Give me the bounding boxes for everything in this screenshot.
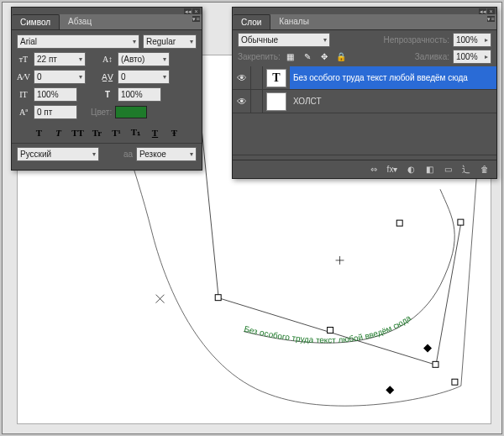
svg-rect-5 xyxy=(452,379,458,385)
visibility-toggle[interactable]: 👁 xyxy=(233,66,251,89)
adjustment-icon[interactable]: ◧ xyxy=(421,163,438,176)
new-layer-icon[interactable]: ⻌ xyxy=(458,163,475,176)
layer-row[interactable]: 👁 T Без особого труда текст любой введём… xyxy=(233,66,496,90)
allcaps-button[interactable]: TT xyxy=(71,126,86,139)
layer-thumb[interactable] xyxy=(266,92,286,111)
app-frame: Без особого труда текст любой введём сюд… xyxy=(2,2,502,434)
fx-icon[interactable]: fx▾ xyxy=(384,163,401,176)
fill-label: Заливка: xyxy=(415,52,449,61)
tracking-icon: A̲V̲ xyxy=(101,71,114,83)
color-label: Цвет: xyxy=(91,108,112,117)
link-layers-icon[interactable]: ⇔ xyxy=(365,163,382,176)
lock-transparency-icon[interactable]: ▦ xyxy=(284,50,297,63)
lock-label: Закрепить: xyxy=(238,52,281,61)
tab-layers[interactable]: Слои xyxy=(233,14,270,29)
tab-character[interactable]: Символ xyxy=(12,14,60,29)
svg-rect-3 xyxy=(433,361,438,367)
character-panel[interactable]: ◂◂ × Символ Абзац ▾≡ Arial▾ Regular▾ тТ … xyxy=(11,7,202,171)
group-icon[interactable]: ▭ xyxy=(439,163,456,176)
svg-rect-2 xyxy=(396,220,402,226)
link-column[interactable] xyxy=(251,66,263,89)
layer-name[interactable]: Без особого труда текст любой введём сюд… xyxy=(290,66,496,89)
layers-titlebar: ◂◂ × xyxy=(233,8,496,14)
color-swatch[interactable] xyxy=(115,106,147,118)
tab-paragraph[interactable]: Абзац xyxy=(60,14,100,29)
opacity-input[interactable]: 100%▸ xyxy=(453,33,491,47)
svg-rect-1 xyxy=(215,295,221,301)
aa-label: aа xyxy=(123,150,133,159)
baseline-icon: Aª xyxy=(17,106,30,118)
leading-input[interactable]: (Авто)▾ xyxy=(118,52,170,66)
mask-icon[interactable]: ◐ xyxy=(402,163,419,176)
subscript-button[interactable]: T₁ xyxy=(129,126,144,139)
layers-tabs: Слои Каналы ▾≡ xyxy=(233,14,496,30)
svg-rect-4 xyxy=(458,219,464,225)
panel-menu-icon[interactable]: ▾≡ xyxy=(192,16,200,22)
baseline-input[interactable]: 0 пт xyxy=(34,105,77,119)
svg-rect-6 xyxy=(328,328,333,334)
strike-button[interactable]: Ŧ xyxy=(167,126,182,139)
language-select[interactable]: Русский▾ xyxy=(17,147,99,161)
close-icon[interactable]: × xyxy=(487,8,495,14)
font-family-select[interactable]: Arial▾ xyxy=(17,34,139,49)
panel-menu-icon[interactable]: ▾≡ xyxy=(487,16,495,22)
lock-all-icon[interactable]: 🔒 xyxy=(334,50,348,63)
kerning-input[interactable]: 0▾ xyxy=(34,70,86,84)
lock-move-icon[interactable]: ✥ xyxy=(318,50,331,63)
opacity-label: Непрозрачность: xyxy=(383,35,449,45)
smallcaps-button[interactable]: Tr xyxy=(90,126,105,139)
layer-thumb[interactable]: T xyxy=(266,69,286,87)
fill-input[interactable]: 100%▸ xyxy=(453,50,491,64)
vscale-icon: IT xyxy=(17,88,30,101)
blend-mode-select[interactable]: Обычные▾ xyxy=(238,33,330,47)
layer-row[interactable]: 👁 ХОЛСТ xyxy=(233,90,496,113)
kerning-icon: A⁄V xyxy=(17,71,30,83)
type-style-buttons: T T TT Tr T¹ T₁ T Ŧ xyxy=(17,126,197,139)
close-icon[interactable]: × xyxy=(192,8,200,14)
underline-button[interactable]: T xyxy=(148,126,163,139)
delete-layer-icon[interactable]: 🗑 xyxy=(476,163,493,176)
font-size-icon: тТ xyxy=(17,53,30,66)
faux-bold-button[interactable]: T xyxy=(32,126,47,139)
font-size-input[interactable]: 22 пт▾ xyxy=(34,52,86,66)
char-tabs: Символ Абзац ▾≡ xyxy=(12,14,202,30)
text-path xyxy=(244,189,454,343)
vscale-input[interactable]: 100% xyxy=(34,87,77,102)
superscript-button[interactable]: T¹ xyxy=(109,126,124,139)
aa-select[interactable]: Резкое▾ xyxy=(136,147,197,161)
tab-channels[interactable]: Каналы xyxy=(270,14,318,29)
collapse-icon[interactable]: ◂◂ xyxy=(479,8,486,14)
font-style-select[interactable]: Regular▾ xyxy=(143,34,197,49)
link-column[interactable] xyxy=(251,90,263,113)
hscale-input[interactable]: 100% xyxy=(118,87,161,102)
layers-empty-area[interactable] xyxy=(233,113,496,155)
hscale-icon: T xyxy=(101,88,114,101)
lock-paint-icon[interactable]: ✎ xyxy=(301,50,314,63)
visibility-toggle[interactable]: 👁 xyxy=(233,90,251,113)
layers-footer: ⇔ fx▾ ◐ ◧ ▭ ⻌ 🗑 xyxy=(233,160,496,178)
char-titlebar: ◂◂ × xyxy=(12,8,202,14)
tracking-input[interactable]: 0▾ xyxy=(118,70,170,84)
collapse-icon[interactable]: ◂◂ xyxy=(184,8,192,14)
layers-panel[interactable]: ◂◂ × Слои Каналы ▾≡ Обычные▾ Непрозрачно… xyxy=(232,7,497,179)
leading-icon: A↕ xyxy=(101,53,114,66)
faux-italic-button[interactable]: T xyxy=(51,126,66,139)
layer-name[interactable]: ХОЛСТ xyxy=(290,90,496,113)
